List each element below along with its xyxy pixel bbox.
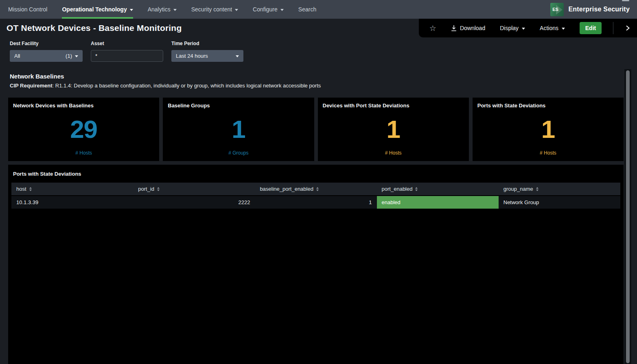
dropdown-value: Last 24 hours — [176, 53, 208, 59]
scrollbar-track[interactable] — [624, 69, 631, 364]
scrollbar-thumb[interactable] — [626, 70, 630, 363]
chevron-down-icon — [130, 9, 133, 11]
chevron-down-icon — [562, 28, 565, 30]
cell-port-id[interactable]: 2222 — [133, 196, 255, 209]
download-icon — [451, 25, 457, 31]
panel-title: Baseline Groups — [168, 102, 309, 109]
sort-icon — [536, 187, 538, 191]
dropdown-right: (1) — [66, 53, 78, 59]
section-network-baselines: Network Baselines CIP Requirement: R1.1.… — [10, 73, 627, 89]
kpi-panel-network-devices-with-baselines: Network Devices with Baselines 29 # Host… — [8, 98, 159, 161]
column-header-group-name[interactable]: group_name — [499, 183, 620, 196]
kpi-panel-ports-with-state-deviations: Ports with State Deviations 1 # Hosts — [473, 98, 624, 161]
cell-port-enabled-status[interactable]: enabled — [377, 196, 499, 209]
column-header-baseline-port-enabled[interactable]: baseline_port_enabled — [255, 183, 377, 196]
logo-text: ES — [552, 7, 558, 12]
panel-title: Devices with Port State Deviations — [323, 102, 464, 109]
cell-group-name[interactable]: Network Group — [499, 196, 620, 209]
chevron-down-icon — [280, 9, 284, 11]
column-label: group_name — [503, 186, 533, 192]
filter-time-period: Time Period Last 24 hours — [171, 41, 243, 62]
panel-title: Ports with State Deviations — [477, 102, 619, 109]
chevron-down-icon — [522, 28, 525, 30]
kpi-unit-label: # Hosts — [13, 150, 154, 157]
nav-item-label: Analytics — [148, 6, 171, 13]
kpi-unit-label: # Hosts — [477, 150, 619, 157]
download-label: Download — [460, 25, 485, 31]
chevron-right-icon — [625, 25, 630, 31]
panel-title: Network Devices with Baselines — [13, 102, 154, 109]
column-label: host — [16, 186, 26, 192]
column-label: port_id — [138, 186, 154, 192]
nav-item-operational-technology[interactable]: Operational Technology — [56, 0, 138, 19]
dropdown-count: (1) — [66, 53, 72, 59]
favorite-button[interactable]: ☆ — [429, 24, 436, 32]
nav-item-security-content[interactable]: Security content — [186, 0, 244, 19]
table-panel-ports-with-state-deviations: Ports with State Deviations host port_id… — [8, 165, 624, 364]
dropdown-value: All — [14, 53, 20, 59]
dashboard-action-bar: ☆ Download Display Actions Edit — [419, 19, 637, 37]
nav-item-label: Search — [298, 6, 316, 13]
cell-baseline-port-enabled[interactable]: 1 — [255, 196, 377, 209]
app-brand: ES Enterprise Security — [550, 0, 637, 19]
actions-menu-button[interactable]: Actions — [540, 25, 565, 31]
column-label: port_enabled — [382, 186, 413, 192]
filter-asset: Asset — [91, 41, 163, 62]
actions-label: Actions — [540, 25, 558, 31]
kpi-panel-baseline-groups: Baseline Groups 1 # Groups — [163, 98, 314, 161]
kpi-value: 1 — [168, 109, 309, 150]
sort-icon — [415, 187, 418, 191]
chevron-down-icon — [173, 9, 177, 11]
kpi-value: 29 — [13, 109, 154, 150]
display-label: Display — [500, 25, 519, 31]
nav-item-label: Security content — [191, 6, 232, 13]
edit-button[interactable]: Edit — [580, 22, 602, 34]
column-header-port-id[interactable]: port_id — [133, 183, 255, 196]
column-header-host[interactable]: host — [11, 183, 133, 196]
download-button[interactable]: Download — [451, 25, 485, 31]
nav-item-configure[interactable]: Configure — [247, 0, 289, 19]
chevron-down-icon — [236, 55, 239, 57]
kpi-unit-label: # Groups — [168, 150, 309, 157]
display-menu-button[interactable]: Display — [500, 25, 525, 31]
table-header-row: host port_id baseline_port_enabled port_… — [11, 183, 620, 196]
table-row: 10.1.3.39 2222 1 enabled Network Group — [11, 196, 620, 209]
filter-label: Time Period — [171, 41, 243, 46]
cip-requirement-text: : R1.1.4: Develop a baseline configurati… — [53, 83, 321, 89]
divider — [613, 22, 613, 34]
kpi-unit-label: # Hosts — [323, 150, 464, 157]
deviations-table: host port_id baseline_port_enabled port_… — [11, 183, 620, 209]
filter-bar: Dest Facility All (1) Asset Time Period … — [10, 41, 637, 62]
chevron-down-icon — [75, 55, 78, 57]
sort-icon — [316, 187, 319, 191]
nav-item-label: Operational Technology — [62, 6, 127, 13]
nav-item-search[interactable]: Search — [293, 0, 322, 19]
filter-dest-facility: Dest Facility All (1) — [10, 41, 83, 62]
star-icon: ☆ — [429, 24, 436, 32]
kpi-value: 1 — [477, 109, 619, 150]
kpi-panel-devices-with-port-state-deviations: Devices with Port State Deviations 1 # H… — [318, 98, 469, 161]
filter-label: Dest Facility — [10, 41, 83, 46]
top-nav: Mission Control Operational Technology A… — [0, 0, 637, 19]
sort-icon — [29, 187, 32, 191]
filter-label: Asset — [91, 41, 163, 46]
asset-input[interactable] — [91, 50, 163, 62]
nav-item-label: Configure — [253, 6, 278, 13]
cell-host[interactable]: 10.1.3.39 — [11, 196, 133, 209]
nav-item-mission-control[interactable]: Mission Control — [8, 0, 53, 19]
nav-item-label: Mission Control — [8, 6, 47, 13]
top-scrollbar-remnant — [622, 0, 629, 1]
cip-requirement-label: CIP Requirement — [10, 83, 53, 89]
table-panel-title: Ports with State Deviations — [13, 171, 619, 177]
kpi-row: Network Devices with Baselines 29 # Host… — [8, 98, 624, 161]
app-brand-name: Enterprise Security — [568, 6, 630, 13]
nav-item-analytics[interactable]: Analytics — [142, 0, 182, 19]
column-header-port-enabled[interactable]: port_enabled — [377, 183, 499, 196]
column-label: baseline_port_enabled — [260, 186, 313, 192]
sort-icon — [157, 187, 160, 191]
kpi-value: 1 — [323, 109, 464, 150]
time-period-dropdown[interactable]: Last 24 hours — [171, 50, 243, 62]
expand-panel-button[interactable] — [625, 25, 630, 31]
dest-facility-dropdown[interactable]: All (1) — [10, 50, 83, 62]
enterprise-security-logo[interactable]: ES — [550, 3, 564, 16]
